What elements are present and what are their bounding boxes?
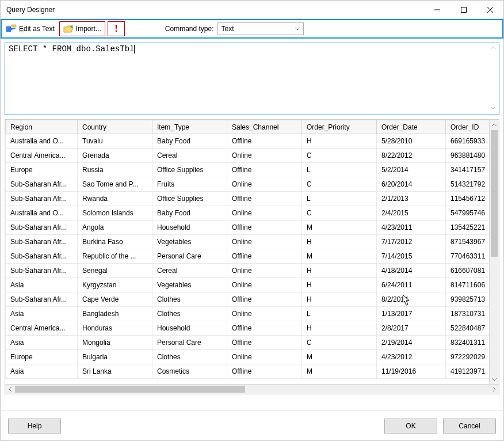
table-row[interactable]: AsiaKyrgyzstanVegetablesOnlineH6/24/2011… (6, 278, 490, 292)
table-cell: Online (227, 206, 302, 221)
table-cell: Europe (6, 350, 78, 364)
table-row[interactable]: Central America...GrenadaCerealOnlineC8/… (6, 149, 490, 163)
edit-text-icon (6, 24, 17, 33)
table-cell: Mongolia (78, 336, 152, 350)
table-row[interactable]: EuropeRussiaOffice SuppliesOfflineL5/2/2… (6, 163, 490, 177)
edit-as-text-button[interactable]: Edit as Text (3, 21, 58, 36)
table-cell: 5/28/2010 (377, 134, 446, 149)
table-cell: 522840487 (446, 321, 490, 336)
query-textarea[interactable]: SELECT * FROM dbo.SalesTbl (5, 43, 499, 115)
svg-marker-4 (6, 26, 16, 32)
table-cell: H (302, 235, 377, 249)
column-header[interactable]: Country (78, 120, 152, 134)
table-cell: Vegetables (152, 278, 227, 292)
table-cell: Sao Tome and P... (78, 177, 152, 192)
import-button[interactable]: Import... (59, 21, 105, 36)
table-cell: 871543967 (446, 235, 490, 249)
query-text: SELECT * FROM dbo.SalesTbl (9, 44, 134, 54)
table-row[interactable]: Sub-Saharan Afr...Republic of the ...Per… (6, 249, 490, 264)
table-cell: Australia and O... (6, 206, 78, 221)
table-cell: 7/17/2012 (377, 235, 446, 249)
table-cell: 616607081 (446, 264, 490, 278)
scroll-left-button[interactable] (5, 385, 15, 394)
horizontal-scrollbar[interactable] (5, 384, 499, 394)
svg-rect-1 (461, 7, 467, 12)
table-cell: Offline (227, 249, 302, 264)
table-cell: 972292029 (446, 350, 490, 364)
scroll-down-button[interactable] (488, 104, 498, 113)
table-row[interactable]: Sub-Saharan Afr...RwandaOffice SuppliesO… (6, 192, 490, 206)
table-cell: Australia and O... (6, 134, 78, 149)
table-cell: Cereal (152, 149, 227, 163)
scroll-up-button[interactable] (490, 120, 499, 130)
table-cell: 939825713 (446, 292, 490, 307)
column-header[interactable]: Order_Date (377, 120, 446, 134)
table-cell: Online (227, 235, 302, 249)
table-row[interactable]: Sub-Saharan Afr...Sao Tome and P...Fruit… (6, 177, 490, 192)
table-row[interactable]: AsiaSri LankaCosmeticsOfflineM11/19/2016… (6, 364, 490, 379)
help-button[interactable]: Help (8, 419, 61, 434)
execute-button[interactable]: ! (108, 21, 125, 36)
table-cell: Russia (78, 163, 152, 177)
scrollbar-thumb[interactable] (15, 386, 245, 393)
table-cell: L (302, 192, 377, 206)
table-cell: Offline (227, 134, 302, 149)
table-row[interactable]: AsiaMongoliaPersonal CareOfflineC2/19/20… (6, 336, 490, 350)
scrollbar-thumb[interactable] (491, 130, 498, 257)
table-cell: H (302, 134, 377, 149)
command-type-combo[interactable]: Text (217, 22, 304, 35)
table-cell: Sub-Saharan Afr... (6, 292, 78, 307)
ok-button[interactable]: OK (384, 419, 437, 434)
minimize-button[interactable] (424, 1, 450, 18)
table-cell: 187310731 (446, 307, 490, 321)
table-cell: Republic of the ... (78, 249, 152, 264)
table-cell: 2/19/2014 (377, 336, 446, 350)
table-cell: Sub-Saharan Afr... (6, 177, 78, 192)
table-cell: Online (227, 264, 302, 278)
table-cell: 5/2/2014 (377, 163, 446, 177)
table-cell: 669165933 (446, 134, 490, 149)
column-header[interactable]: Sales_Channel (227, 120, 302, 134)
table-cell: 4/23/2012 (377, 350, 446, 364)
table-cell: 341417157 (446, 163, 490, 177)
table-row[interactable]: Central America...HondurasHouseholdOffli… (6, 321, 490, 336)
edit-as-text-label: Edit as Text (19, 25, 55, 33)
folder-open-icon (63, 24, 74, 33)
table-cell: Rwanda (78, 192, 152, 206)
table-cell: Central America... (6, 149, 78, 163)
scroll-up-button[interactable] (488, 44, 498, 54)
scroll-right-button[interactable] (489, 385, 499, 394)
table-cell: Office Supplies (152, 192, 227, 206)
table-row[interactable]: Sub-Saharan Afr...Burkina FasoVegetables… (6, 235, 490, 249)
column-header[interactable]: Item_Type (152, 120, 227, 134)
dialog-footer: Help OK Cancel (0, 410, 504, 441)
column-header[interactable]: Order_Priority (302, 120, 377, 134)
column-header[interactable]: Order_ID (446, 120, 490, 134)
table-cell: Offline (227, 192, 302, 206)
column-header[interactable]: Region (6, 120, 78, 134)
table-cell: Sub-Saharan Afr... (6, 249, 78, 264)
table-cell: 832401311 (446, 336, 490, 350)
maximize-button[interactable] (450, 1, 477, 18)
table-cell: L (302, 163, 377, 177)
table-row[interactable]: Sub-Saharan Afr...SenegalCerealOnlineH4/… (6, 264, 490, 278)
table-row[interactable]: Sub-Saharan Afr...AngolaHouseholdOffline… (6, 221, 490, 235)
table-row[interactable]: AsiaBangladeshClothesOnlineL1/13/2017187… (6, 307, 490, 321)
table-cell: 135425221 (446, 221, 490, 235)
table-row[interactable]: Australia and O...TuvaluBaby FoodOffline… (6, 134, 490, 149)
table-cell: Tuvalu (78, 134, 152, 149)
vertical-scrollbar[interactable] (489, 120, 499, 384)
table-row[interactable]: Sub-Saharan Afr...Cape VerdeClothesOffli… (6, 292, 490, 307)
close-button[interactable] (477, 1, 503, 18)
table-cell: Offline (227, 336, 302, 350)
cancel-button[interactable]: Cancel (443, 419, 496, 434)
table-row[interactable]: EuropeBulgariaClothesOnlineM4/23/2012972… (6, 350, 490, 364)
table-cell: 11/19/2016 (377, 364, 446, 379)
scroll-down-button[interactable] (490, 374, 499, 384)
table-cell: 770463311 (446, 249, 490, 264)
command-type-label: Command type: (165, 25, 214, 33)
window-title: Query Designer (6, 6, 424, 14)
table-row[interactable]: Australia and O...Solomon IslandsBaby Fo… (6, 206, 490, 221)
table-cell: Vegetables (152, 235, 227, 249)
table-cell: C (302, 149, 377, 163)
